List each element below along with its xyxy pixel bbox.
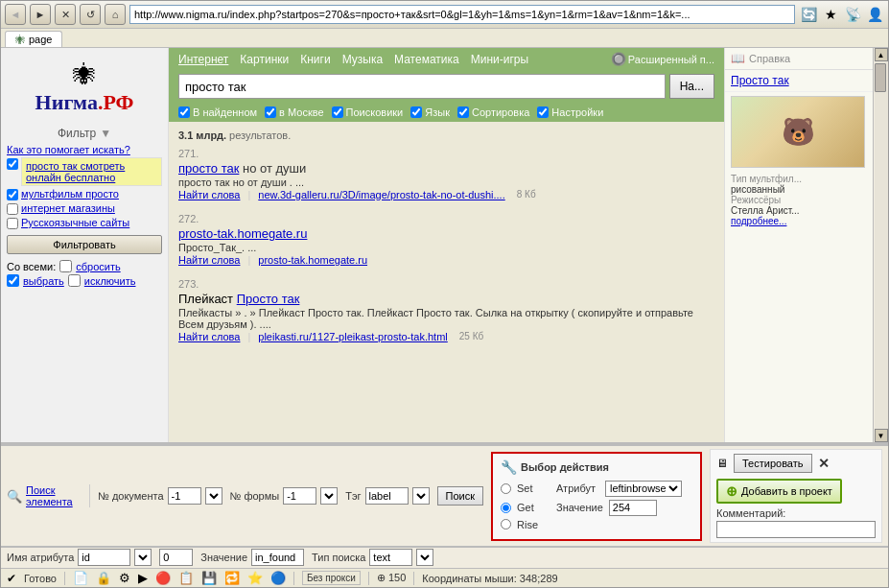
proxy-button[interactable]: Без прокси — [302, 571, 361, 585]
attr-name-select[interactable]: ▼ — [134, 549, 152, 566]
stop-button[interactable]: ✕ — [55, 4, 76, 25]
option-engines[interactable]: Поисковики — [332, 106, 404, 118]
nav-books[interactable]: Книги — [300, 53, 330, 66]
search-element-link[interactable]: Поиск элемента — [26, 484, 82, 507]
action-set-label: Set — [517, 482, 550, 494]
result-url-273[interactable]: pleikasti.ru/1127-pleikast-prosto-tak.ht… — [258, 331, 447, 342]
find-type-select[interactable]: ▼ — [416, 549, 433, 566]
result-link-272[interactable]: prosto-tak.homegate.ru — [178, 226, 307, 241]
filter-item-1-label[interactable]: просто так смотреть онлайн бесплатно — [21, 157, 162, 186]
advanced-search-link[interactable]: 🔘 Расширенный п... — [611, 52, 714, 66]
action-set-radio[interactable] — [501, 483, 511, 494]
browser-toolbar: ◄ ► ✕ ↺ ⌂ 🔄 ★ 📡 👤 — [1, 1, 888, 29]
option-sort[interactable]: Сортировка — [457, 106, 529, 118]
value-section-input[interactable] — [251, 549, 304, 566]
doc-num-select[interactable]: ▼ — [205, 487, 222, 505]
filter-check-4[interactable] — [7, 218, 18, 229]
option-language[interactable]: Язык — [410, 106, 450, 118]
toolbar-icon-4[interactable]: ▶ — [138, 571, 148, 585]
filter-check-1[interactable] — [7, 158, 18, 170]
nav-music[interactable]: Музыка — [342, 53, 383, 66]
filter-help-link[interactable]: Как это помогает искать? — [7, 144, 162, 155]
option-settings[interactable]: Настройки — [537, 106, 603, 118]
form-num-select[interactable]: ▼ — [320, 487, 338, 505]
scroll-thumb[interactable] — [875, 63, 886, 92]
action-get-radio[interactable] — [501, 503, 511, 513]
filter-button[interactable]: Фильтровать — [7, 235, 162, 254]
attr-value-input[interactable] — [159, 549, 193, 566]
close-button[interactable]: ✕ — [818, 456, 830, 471]
result-url-271[interactable]: new.3d-galleru.ru/3D/image/prosto-tak-no… — [258, 189, 504, 200]
result-url-272[interactable]: prosto-tak.homegate.ru — [258, 254, 367, 266]
user-icon[interactable]: 👤 — [865, 5, 884, 24]
attr-name-input[interactable] — [78, 549, 130, 566]
home-button[interactable]: ⌂ — [105, 4, 126, 25]
filter-item-2-label[interactable]: мультфильм просто — [21, 188, 119, 200]
action-rise-radio[interactable] — [501, 519, 511, 529]
scroll-up-button[interactable]: ▲ — [875, 48, 888, 61]
toolbar-icon-7[interactable]: 💾 — [201, 571, 217, 585]
search-input[interactable] — [178, 74, 666, 99]
option-in-found[interactable]: В найденном — [178, 106, 257, 118]
find-type-input[interactable] — [369, 549, 412, 566]
toolbar-icon-3[interactable]: ⚙ — [119, 571, 130, 585]
form-num-input[interactable] — [283, 487, 316, 505]
test-button[interactable]: Тестировать — [734, 454, 812, 473]
comment-input[interactable] — [716, 521, 876, 538]
bookmark-add-icon[interactable]: ★ — [821, 5, 840, 24]
reload-button[interactable]: ↺ — [80, 4, 101, 25]
find-words-272[interactable]: Найти слова — [178, 254, 240, 266]
select-link[interactable]: выбрать — [23, 275, 64, 287]
search-element-button[interactable]: Поиск — [437, 486, 483, 506]
add-to-project-button[interactable]: ⊕ Добавить в проект — [716, 479, 842, 504]
nav-math[interactable]: Математика — [394, 53, 459, 66]
option-in-found-checkbox[interactable] — [178, 106, 190, 118]
filter-check-3[interactable] — [7, 203, 18, 215]
reset-link[interactable]: сбросить — [76, 261, 120, 272]
back-button[interactable]: ◄ — [5, 4, 26, 25]
exclude-link[interactable]: исключить — [84, 275, 136, 287]
option-settings-checkbox[interactable] — [537, 106, 549, 118]
info-more[interactable]: подробнее... — [731, 216, 867, 226]
toolbar-icon-1[interactable]: 📄 — [73, 571, 88, 585]
exclude-checkbox[interactable] — [68, 274, 81, 287]
refresh-icon[interactable]: 🔄 — [799, 5, 818, 24]
option-language-checkbox[interactable] — [410, 106, 422, 118]
option-engines-checkbox[interactable] — [332, 106, 343, 118]
right-panel-link[interactable]: Просто так — [725, 70, 873, 92]
browser-tab[interactable]: 🕷 page — [5, 31, 62, 47]
toolbar-icon-8[interactable]: 🔁 — [224, 571, 240, 585]
toolbar-icon-5[interactable]: 🔴 — [155, 571, 171, 585]
select-checkbox[interactable] — [7, 274, 19, 287]
nav-internet[interactable]: Интернет — [178, 53, 228, 66]
with-all-checkbox[interactable] — [59, 260, 72, 272]
scroll-down-button[interactable]: ▼ — [875, 429, 888, 442]
filter-item-4-label[interactable]: Русскоязычные сайты — [21, 217, 129, 228]
forward-button[interactable]: ► — [30, 4, 51, 25]
result-link-271[interactable]: просто так но от души — [178, 161, 306, 176]
option-moscow-checkbox[interactable] — [265, 106, 276, 118]
filter-check-2[interactable] — [7, 189, 18, 200]
rss-icon[interactable]: 📡 — [843, 5, 862, 24]
find-words-273[interactable]: Найти слова — [178, 331, 240, 342]
nav-pictures[interactable]: Картинки — [240, 53, 289, 66]
status-divider-2 — [293, 572, 294, 585]
address-bar[interactable] — [129, 5, 795, 24]
tag-input[interactable] — [365, 487, 409, 505]
attr-select[interactable]: leftinbrowser — [605, 481, 682, 497]
doc-num-input[interactable] — [168, 487, 201, 505]
nav-minigames[interactable]: Мини-игры — [471, 53, 528, 66]
toolbar-icon-6[interactable]: 📋 — [178, 571, 194, 585]
thumbnail-image: 🐻 — [732, 97, 864, 167]
search-button[interactable]: На... — [669, 74, 714, 99]
option-moscow[interactable]: в Москве — [265, 106, 323, 118]
tag-select[interactable]: ▼ — [412, 487, 430, 505]
toolbar-icon-2[interactable]: 🔒 — [96, 571, 111, 585]
toolbar-icon-9[interactable]: ⭐ — [247, 571, 263, 585]
option-sort-checkbox[interactable] — [457, 106, 469, 118]
find-words-271[interactable]: Найти слова — [178, 189, 240, 200]
toolbar-icon-10[interactable]: 🔵 — [270, 571, 286, 585]
result-link-273[interactable]: Просто так — [237, 292, 300, 306]
value-input[interactable] — [609, 500, 657, 516]
filter-item-3-label[interactable]: интернет магазины — [21, 202, 115, 214]
